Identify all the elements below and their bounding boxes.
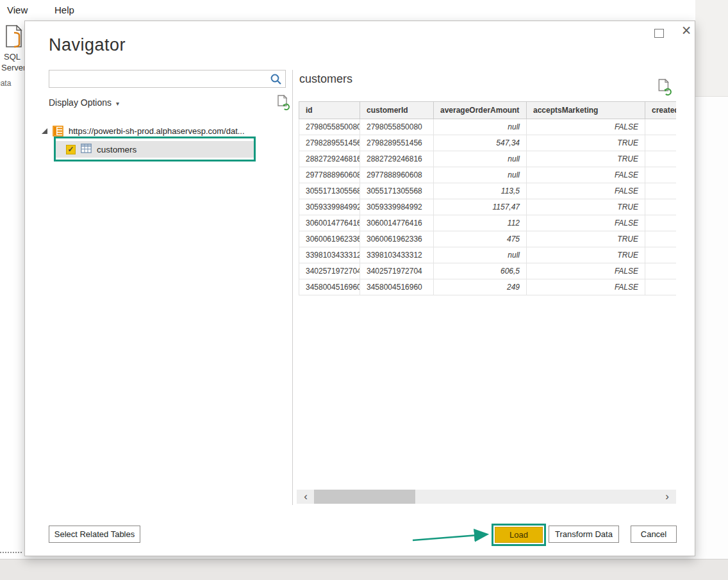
table-cell — [645, 119, 677, 135]
table-cell: 3402571972704 — [299, 263, 360, 279]
chevron-down-icon: ▾ — [116, 100, 119, 107]
table-cell: 2977888960608 — [299, 167, 360, 183]
annotation-arrow — [376, 525, 491, 554]
tree-item-customers[interactable]: ✓ customers — [56, 141, 255, 158]
sql-server-label-line2: Server — [1, 63, 24, 72]
table-cell: TRUE — [527, 231, 645, 247]
pane-divider — [292, 70, 293, 505]
table-cell: 606,5 — [434, 263, 527, 279]
table-cell: null — [434, 119, 527, 135]
horizontal-scrollbar[interactable]: ‹ › — [297, 490, 676, 504]
table-cell: FALSE — [527, 215, 645, 231]
table-cell: FALSE — [527, 279, 645, 295]
table-cell: 3060014776416 — [299, 215, 360, 231]
menu-help[interactable]: Help — [54, 4, 74, 15]
table-cell — [645, 215, 677, 231]
scroll-right-icon[interactable]: › — [659, 490, 675, 504]
table-row: 34580045169603458004516960249FALSE — [299, 279, 677, 295]
scrollbar-thumb[interactable] — [314, 490, 415, 504]
sql-server-icon[interactable] — [5, 25, 24, 52]
maximize-icon[interactable] — [654, 29, 664, 38]
table-cell: 112 — [434, 215, 527, 231]
table-cell — [645, 167, 677, 183]
report-page-dotted-edge — [0, 552, 22, 553]
app-background-right-top — [695, 0, 728, 96]
table-cell — [645, 183, 677, 199]
ribbon-group-label-data: Data — [0, 79, 11, 88]
table-cell: 3060061962336 — [360, 231, 434, 247]
close-icon[interactable]: × — [677, 22, 695, 40]
table-cell: 3060061962336 — [299, 231, 360, 247]
table-cell: 3059339984992 — [360, 199, 434, 215]
table-cell: TRUE — [527, 151, 645, 167]
web-source-icon — [53, 126, 63, 137]
table-row: 27980558500802798055850080nullFALSE — [299, 119, 677, 135]
table-row: 27982895514562798289551456547,34TRUE — [299, 135, 677, 151]
search-box[interactable] — [49, 70, 286, 88]
table-row: 30600147764163060014776416112FALSE — [299, 215, 677, 231]
load-button[interactable]: Load — [495, 527, 543, 543]
column-header[interactable]: acceptsMarketing — [527, 102, 645, 119]
table-icon — [81, 144, 92, 156]
app-background-right — [695, 96, 728, 559]
table-cell: 1157,47 — [434, 199, 527, 215]
table-cell: 2798289551456 — [360, 135, 434, 151]
column-header[interactable]: averageOrderAmount — [434, 102, 527, 119]
table-cell: 3055171305568 — [299, 183, 360, 199]
table-cell: 2798289551456 — [299, 135, 360, 151]
display-options-label: Display Options — [49, 97, 112, 108]
table-cell: 3055171305568 — [360, 183, 434, 199]
table-cell: null — [434, 167, 527, 183]
table-cell — [645, 247, 677, 263]
table-cell: null — [434, 151, 527, 167]
column-header[interactable]: id — [299, 102, 360, 119]
table-row: 33981034333123398103433312nullTRUE — [299, 247, 677, 263]
table-cell: TRUE — [527, 247, 645, 263]
menu-view[interactable]: View — [7, 4, 28, 15]
transform-data-button[interactable]: Transform Data — [549, 526, 619, 543]
display-options-dropdown[interactable]: Display Options▾ — [49, 97, 119, 108]
table-row: 29778889606082977888960608nullFALSE — [299, 167, 677, 183]
table-cell: 3398103433312 — [360, 247, 434, 263]
table-row: 28827292468162882729246816nullTRUE — [299, 151, 677, 167]
tree-item-label: customers — [97, 145, 136, 154]
table-cell: 3398103433312 — [299, 247, 360, 263]
table-cell — [645, 263, 677, 279]
table-cell: 2882729246816 — [299, 151, 360, 167]
scroll-left-icon[interactable]: ‹ — [298, 490, 313, 504]
table-cell: null — [434, 247, 527, 263]
table-cell: 3059339984992 — [299, 199, 360, 215]
table-cell: 3458004516960 — [360, 279, 434, 295]
table-cell: FALSE — [527, 167, 645, 183]
table-row: 30600619623363060061962336475TRUE — [299, 231, 677, 247]
column-header[interactable]: created — [645, 102, 677, 119]
table-cell: TRUE — [527, 135, 645, 151]
tree-expand-icon[interactable] — [42, 128, 47, 134]
tree-source-row[interactable]: https://powerbi-sh-prod.alphaservesp.com… — [42, 124, 245, 138]
table-cell: 3458004516960 — [299, 279, 360, 295]
navigator-dialog: × Navigator Display Options▾ — [24, 21, 695, 556]
column-header[interactable]: customerId — [360, 102, 434, 119]
table-cell — [645, 199, 677, 215]
cancel-button[interactable]: Cancel — [631, 526, 677, 543]
table-cell: 3402571972704 — [360, 263, 434, 279]
table-cell — [645, 151, 677, 167]
refresh-preview-icon[interactable] — [657, 79, 672, 98]
search-icon[interactable] — [270, 73, 282, 88]
table-cell: FALSE — [527, 263, 645, 279]
select-related-tables-button[interactable]: Select Related Tables — [49, 526, 140, 543]
table-cell — [645, 279, 677, 295]
table-cell: 2977888960608 — [360, 167, 434, 183]
customers-checkbox[interactable]: ✓ — [66, 145, 76, 154]
table-cell: TRUE — [527, 199, 645, 215]
preview-table-container: idcustomerIdaverageOrderAmountacceptsMar… — [299, 101, 676, 297]
table-cell: FALSE — [527, 119, 645, 135]
table-cell: 547,34 — [434, 135, 527, 151]
refresh-navigator-icon[interactable] — [276, 95, 290, 113]
preview-table-body: 27980558500802798055850080nullFALSE27982… — [299, 119, 677, 295]
table-row: 30551713055683055171305568113,5FALSE — [299, 183, 677, 199]
menu-bar: View Help — [0, 0, 695, 20]
search-input[interactable] — [53, 72, 265, 86]
dialog-title: Navigator — [49, 35, 126, 55]
table-cell — [645, 231, 677, 247]
